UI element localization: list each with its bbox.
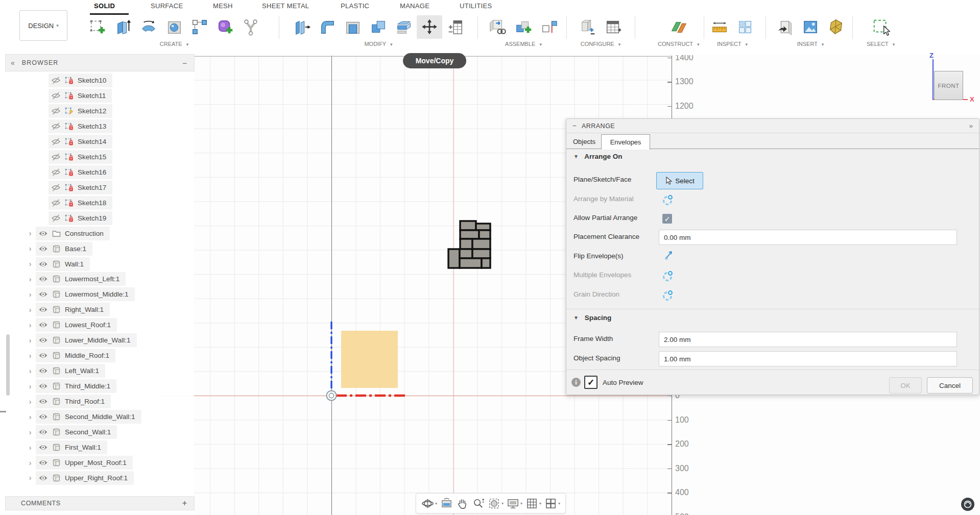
fillet-icon[interactable] [315,15,340,39]
eye-icon[interactable] [38,274,48,284]
expand-arrow-icon[interactable]: › [25,290,36,299]
chevron-down-icon[interactable]: ▾ [501,501,504,506]
eye-icon[interactable] [38,473,48,483]
configuration-table-icon[interactable] [601,15,626,39]
expand-arrow-icon[interactable]: › [25,336,36,345]
tab-solid[interactable]: SOLID [94,2,115,10]
eye-icon[interactable] [38,244,48,254]
browser-item-sketch15[interactable]: Sketch15 [49,150,112,164]
eye-off-icon[interactable] [51,167,61,177]
eye-icon[interactable] [38,366,48,376]
select-button[interactable]: Select [656,172,703,189]
info-icon[interactable]: i [571,378,581,387]
browser-scrollbar[interactable] [6,334,10,396]
group-label-insert[interactable]: INSERT ▾ [797,41,824,47]
allow-partial-arrange-checkbox[interactable]: ✓ [662,214,672,224]
selection-window-icon[interactable] [868,15,894,39]
expand-arrow-icon[interactable]: › [25,306,36,314]
chevrons-left-icon[interactable]: « [11,59,15,67]
tab-sheet-metal[interactable]: SHEET METAL [262,2,309,10]
comments-bar[interactable]: COMMENTS + [5,496,195,510]
flip-envelopes-icon[interactable] [662,250,675,262]
placement-clearance-input[interactable] [659,230,957,245]
eye-icon[interactable] [38,335,48,345]
eye-off-icon[interactable] [51,76,61,85]
revolve-icon[interactable] [136,15,161,39]
eye-icon[interactable] [38,320,48,330]
group-label-configure[interactable]: CONFIGURE ▾ [581,41,621,47]
browser-item-wall-1[interactable]: Wall:1 [36,257,90,271]
tab-mesh[interactable]: MESH [213,2,233,10]
expand-arrow-icon[interactable]: › [25,382,36,390]
insert-canvas-icon[interactable] [798,15,823,39]
expand-arrow-icon[interactable]: › [25,474,36,482]
chevron-down-icon[interactable]: ▾ [435,501,437,506]
browser-item-lower-middle-wall-1[interactable]: Lower_Middle_Wall:1 [36,333,137,347]
browser-item-sketch16[interactable]: Sketch16 [49,165,112,179]
panel-resize-grip[interactable] [0,411,6,412]
tab-manage[interactable]: MANAGE [400,2,429,10]
expand-arrow-icon[interactable]: › [25,244,36,253]
collapse-icon[interactable]: − [572,122,577,130]
brick-wall-body[interactable] [445,216,493,271]
browser-item-lowest-roof-1[interactable]: Lowest_Roof:1 [36,318,117,332]
shell-icon[interactable] [340,15,366,39]
eye-icon[interactable] [38,229,48,238]
selection-toggle-icon[interactable] [662,194,674,206]
insert-derive-icon[interactable] [772,15,798,39]
object-spacing-input[interactable] [659,351,957,366]
press-pull-icon[interactable] [289,15,315,39]
expand-arrow-icon[interactable]: › [25,260,36,268]
browser-item-upper-most-roof-1[interactable]: Upper_Most_Roof:1 [36,456,133,470]
expand-arrow-icon[interactable]: › [25,413,36,421]
browser-item-middle-roof-1[interactable]: Middle_Roof:1 [36,349,115,362]
eye-icon[interactable] [38,443,48,452]
move-copy-icon[interactable] [417,15,442,39]
eye-off-icon[interactable] [51,121,61,131]
group-label-select[interactable]: SELECT ▾ [867,41,895,47]
sweep-icon[interactable] [161,15,187,39]
eye-off-icon[interactable] [51,152,61,162]
expand-arrow-icon[interactable]: › [25,321,36,329]
combine-icon[interactable] [366,15,391,39]
eye-off-icon[interactable] [51,183,61,192]
split-body-icon[interactable] [391,15,417,39]
browser-item-left-wall-1[interactable]: Left_Wall:1 [36,364,105,378]
eye-icon[interactable] [38,397,48,406]
chevron-down-icon[interactable]: ▾ [558,501,560,506]
tab-plastic[interactable]: PLASTIC [341,2,369,10]
insert-mesh-icon[interactable] [823,15,849,39]
plus-icon[interactable]: + [182,499,187,508]
browser-item-right-wall-1[interactable]: Right_Wall:1 [36,303,110,316]
group-label-construct[interactable]: CONSTRUCT ▾ [658,41,699,47]
expand-arrow-icon[interactable]: › [25,398,36,406]
chevron-down-icon[interactable]: ▾ [520,501,522,506]
grid-display-icon[interactable]: ▾ [524,497,542,510]
rigid-group-icon[interactable] [536,15,562,39]
expand-arrow-icon[interactable]: › [25,444,36,452]
eye-off-icon[interactable] [51,198,61,208]
expand-arrow-icon[interactable]: › [25,459,36,467]
expand-arrow-icon[interactable]: › [25,367,36,375]
browser-item-third-middle-1[interactable]: Third_Middle:1 [36,379,116,393]
fit-icon[interactable]: ▾ [487,497,505,510]
new-component-icon[interactable] [485,15,511,39]
browser-item-upper-right-roof-1[interactable]: Upper_Right_Roof:1 [36,471,134,485]
eye-icon[interactable] [38,351,48,360]
frame-width-input[interactable] [659,332,957,347]
section-arrange-on[interactable]: ▼ Arrange On [573,153,622,160]
joint-icon[interactable] [511,15,536,39]
chevrons-right-icon[interactable]: » [969,122,973,130]
create-form-icon[interactable] [212,15,238,39]
browser-item-sketch10[interactable]: Sketch10 [49,73,112,87]
group-label-create[interactable]: CREATE ▾ [160,41,188,47]
eye-icon[interactable] [38,458,48,468]
tab-envelopes[interactable]: Envelopes [601,134,650,150]
status-badge-icon[interactable] [961,498,974,511]
browser-item-sketch18[interactable]: Sketch18 [49,196,112,210]
browser-item-sketch14[interactable]: Sketch14 [49,135,112,149]
expand-arrow-icon[interactable]: › [25,229,36,237]
expand-arrow-icon[interactable]: › [25,352,36,360]
design-menu-button[interactable]: DESIGN ▾ [19,10,67,41]
eye-icon[interactable] [38,305,48,314]
